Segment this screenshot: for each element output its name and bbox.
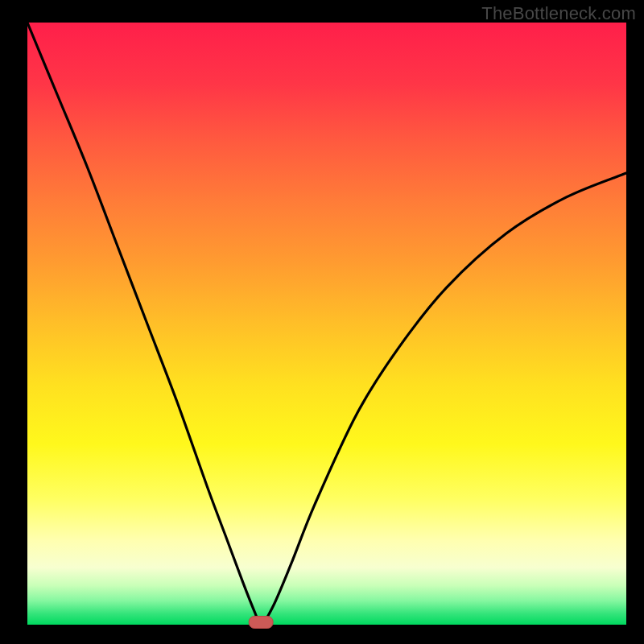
watermark-text: TheBottleneck.com [481, 3, 636, 24]
bottleneck-chart [0, 0, 644, 644]
optimal-marker [249, 617, 273, 629]
plot-background [27, 23, 626, 625]
chart-frame: TheBottleneck.com [0, 0, 644, 644]
